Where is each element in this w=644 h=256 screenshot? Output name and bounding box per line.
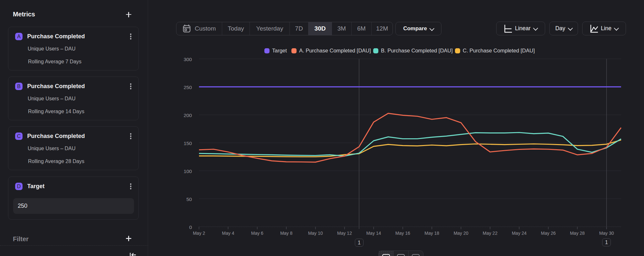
svg-text:100: 100 [184, 169, 192, 174]
svg-text:May 4: May 4 [222, 231, 234, 236]
svg-text:May 30: May 30 [599, 231, 614, 236]
svg-text:50: 50 [186, 197, 192, 202]
svg-text:May 12: May 12 [337, 231, 352, 236]
svg-text:150: 150 [184, 141, 192, 146]
svg-text:May 8: May 8 [280, 231, 292, 236]
svg-text:May 22: May 22 [483, 231, 497, 236]
svg-text:May 24: May 24 [512, 231, 526, 236]
svg-text:300: 300 [184, 57, 192, 62]
svg-text:250: 250 [184, 85, 192, 90]
svg-text:May 14: May 14 [366, 231, 381, 236]
svg-text:May 2: May 2 [193, 231, 205, 236]
svg-text:May 10: May 10 [308, 231, 323, 236]
svg-text:May 26: May 26 [541, 231, 556, 236]
svg-text:May 16: May 16 [395, 231, 410, 236]
svg-text:0: 0 [189, 224, 192, 230]
svg-text:May 18: May 18 [424, 231, 439, 236]
svg-text:May 28: May 28 [570, 231, 585, 236]
svg-text:200: 200 [184, 113, 192, 118]
svg-text:May 20: May 20 [454, 231, 469, 236]
svg-text:May 6: May 6 [251, 231, 263, 236]
